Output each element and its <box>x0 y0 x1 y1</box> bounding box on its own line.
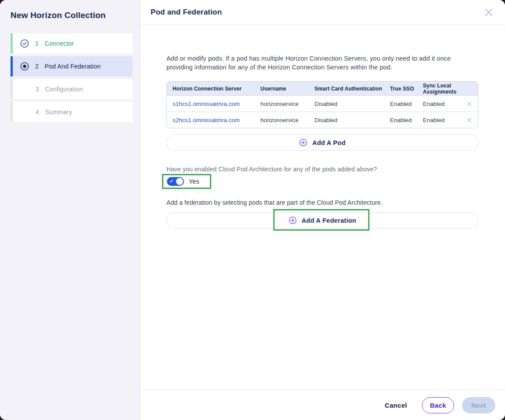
remove-pod-icon[interactable] <box>460 96 478 112</box>
column-header: True SSO <box>384 86 417 92</box>
toggle-check-icon: ✓ <box>170 178 173 184</box>
add-federation-button[interactable]: Add A Federation <box>166 212 478 228</box>
step-number: 2 <box>35 63 39 70</box>
column-header: Username <box>255 86 309 92</box>
server-link[interactable]: s2hcs1.omnissatmra.com <box>167 117 255 123</box>
column-header: Horizon Connection Server <box>167 86 255 92</box>
step-connector[interactable]: 1 Connector <box>11 33 133 54</box>
step-summary[interactable]: 4 Summary <box>11 102 133 122</box>
panel-body: Add or modify pods. If a pod has multipl… <box>140 25 505 390</box>
plus-circle-icon <box>299 138 307 147</box>
add-federation-label: Add A Federation <box>302 217 357 224</box>
panel-header: Pod and Federation <box>140 0 505 25</box>
plus-circle-icon <box>289 216 297 224</box>
new-horizon-collection-dialog: New Horizon Collection 1 Connector <box>0 0 505 420</box>
step-label: Configuration <box>45 86 83 93</box>
true-sso-value: Enabled <box>384 117 417 123</box>
smart-card-value: Disabled <box>309 117 384 123</box>
pods-table: Horizon Connection Server Username Smart… <box>166 81 478 128</box>
server-link[interactable]: s1hcs1.omnissatmra.com <box>167 101 255 107</box>
main-panel: Pod and Federation Add or modify pods. I… <box>140 0 505 420</box>
table-row: s1hcs1.omnissatmra.com horizonservice Di… <box>167 95 478 112</box>
cancel-button[interactable]: Cancel <box>385 402 407 409</box>
step-number: 1 <box>35 40 39 47</box>
panel-title: Pod and Federation <box>151 8 222 17</box>
add-pod-label: Add A Pod <box>312 139 346 146</box>
column-header: Sync Local Assignments <box>417 83 460 95</box>
table-row: s2hcs1.omnissatmra.com horizonservice Di… <box>167 112 478 128</box>
check-circle-icon <box>20 39 29 48</box>
wizard-step-list: 1 Connector 2 Pod And Federation 3 Confi… <box>11 33 133 122</box>
step-pod-and-federation[interactable]: 2 Pod And Federation <box>11 56 133 76</box>
next-button[interactable]: Next <box>462 397 495 413</box>
username-value: horizonservice <box>255 117 309 123</box>
toggle-knob <box>176 178 183 185</box>
step-label: Summary <box>45 109 72 116</box>
back-button[interactable]: Back <box>422 397 454 413</box>
dialog-title: New Horizon Collection <box>11 11 133 20</box>
step-number: 3 <box>36 86 39 93</box>
smart-card-value: Disabled <box>309 101 384 107</box>
add-pod-button[interactable]: Add A Pod <box>166 134 478 151</box>
cpa-question: Have you enabled Cloud Pod Architecture … <box>166 166 478 173</box>
remove-pod-icon[interactable] <box>460 112 478 128</box>
sync-local-value: Enabled <box>417 117 460 123</box>
sync-local-value: Enabled <box>417 101 460 107</box>
step-configuration[interactable]: 3 Configuration <box>11 79 133 99</box>
step-label: Connector <box>45 40 74 47</box>
toggle-label: Yes <box>189 178 199 185</box>
step-label: Pod And Federation <box>45 63 101 70</box>
true-sso-value: Enabled <box>384 101 417 107</box>
step-number: 4 <box>36 109 39 116</box>
pods-intro-text: Add or modify pods. If a pod has multipl… <box>166 54 465 72</box>
cpa-toggle-highlight: ✓ Yes <box>162 174 211 189</box>
federation-hint-text: Add a federation by selecting pods that … <box>166 199 478 206</box>
close-icon[interactable] <box>482 6 495 19</box>
wizard-sidebar: New Horizon Collection 1 Connector <box>0 0 140 420</box>
pods-table-header: Horizon Connection Server Username Smart… <box>167 82 478 95</box>
radio-selected-icon <box>20 62 29 71</box>
column-header: Smart Card Authentication <box>309 86 384 92</box>
username-value: horizonservice <box>255 101 309 107</box>
dialog-footer: Cancel Back Next <box>140 390 505 420</box>
cpa-toggle[interactable]: ✓ <box>167 177 184 186</box>
